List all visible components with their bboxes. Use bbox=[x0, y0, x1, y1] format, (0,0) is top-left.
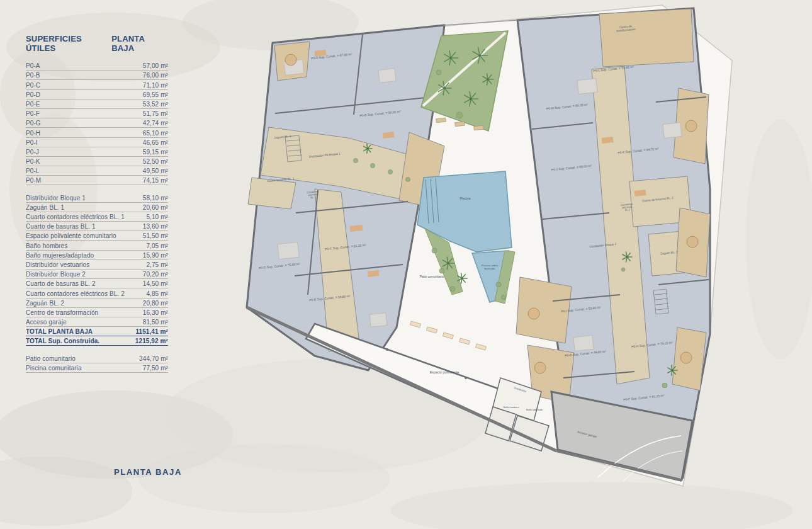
legend-row-value: 77,50 m² bbox=[143, 365, 168, 372]
legend-totals-section: TOTAL PLANTA BAJA 1151,41 m² TOTAL Sup. … bbox=[26, 327, 168, 346]
legend-row-label: P0-A bbox=[26, 62, 40, 69]
legend-row-value: 52,50 m² bbox=[143, 158, 168, 165]
bush-icon bbox=[439, 268, 444, 273]
bush-icon bbox=[371, 164, 375, 168]
legend-row-value: 71,10 m² bbox=[143, 82, 168, 89]
legend-units-section: P0-A 57,00 m² P0-B 76,00 m² P0-C 71,10 m… bbox=[26, 61, 168, 185]
legend-row: P0-F 51,75 m² bbox=[26, 109, 168, 118]
plan-label: Patio comunitario bbox=[420, 275, 444, 278]
legend-row: Distribuidor Bloque 1 58,10 m² bbox=[26, 193, 168, 202]
legend-row-value: 51,50 m² bbox=[143, 232, 168, 239]
legend-outdoor-section: Patio comunitario 344,70 m² Piscina comu… bbox=[26, 353, 168, 372]
legend-row-label: Piscina comunitaria bbox=[26, 365, 82, 372]
legend-row-value: 20,80 m² bbox=[143, 300, 168, 307]
legend-row-value: 81,50 m² bbox=[143, 319, 168, 326]
legend-row-label: Cuarto contadores eléctricos BL. 2 bbox=[26, 290, 125, 297]
legend-row-label: Espacio polivalente comunitario bbox=[26, 232, 116, 239]
legend-header: SUPERFICIES ÚTILES PLANTA BAJA bbox=[26, 34, 168, 53]
legend-row-label: P0-K bbox=[26, 158, 40, 165]
legend-row: P0-L 49,50 m² bbox=[26, 166, 168, 176]
legend-row-value: 5,10 m² bbox=[146, 213, 168, 220]
legend-row-label: Baño mujeres/adaptado bbox=[26, 252, 94, 259]
legend-row: Distribuidor vestuarios 2,75 m² bbox=[26, 260, 168, 270]
legend-row-value: 15,90 m² bbox=[143, 252, 168, 259]
legend-row-label: P0-M bbox=[26, 177, 41, 184]
legend-row-label: P0-J bbox=[26, 149, 39, 156]
legend-total-row: TOTAL Sup. Construida. 1215,92 m² bbox=[26, 336, 168, 346]
legend-total-label: TOTAL PLANTA BAJA bbox=[26, 328, 93, 335]
legend-row-label: Zaguán BL. 2 bbox=[26, 300, 64, 307]
legend-row-label: Patio comunitario bbox=[26, 355, 76, 362]
plan-label: Baño hombres bbox=[504, 406, 519, 409]
legend-row: P0-G 42,74 m² bbox=[26, 118, 168, 128]
legend-row: Cuarto de basuras BL. 2 14,50 m² bbox=[26, 279, 168, 288]
bush-icon bbox=[496, 282, 501, 287]
bush-icon bbox=[662, 383, 667, 388]
legend-row: Distribuidor Bloque 2 70,20 m² bbox=[26, 270, 168, 279]
legend-common-section: Distribuidor Bloque 1 58,10 m² Zaguán BL… bbox=[26, 193, 168, 327]
legend-row: P0-E 53,52 m² bbox=[26, 100, 168, 109]
legend-row: P0-M 74,15 m² bbox=[26, 176, 168, 185]
legend-row: Cuarto de basuras BL. 1 13,60 m² bbox=[26, 222, 168, 231]
plan-label: Piscina bbox=[460, 196, 471, 200]
bush-icon bbox=[406, 178, 410, 182]
legend-floor-title: PLANTA BAJA bbox=[111, 34, 168, 53]
legend-row-label: P0-B bbox=[26, 72, 40, 79]
legend-row-label: Zaguán BL. 1 bbox=[26, 204, 64, 211]
legend-row: P0-H 65,10 m² bbox=[26, 128, 168, 137]
legend-row: P0-J 59,15 m² bbox=[26, 147, 168, 157]
legend-total-label: TOTAL Sup. Construida. bbox=[26, 338, 99, 344]
bush-icon bbox=[450, 287, 455, 292]
plan-label: Espacio polivalente bbox=[430, 370, 459, 374]
legend-row: Zaguán BL. 2 20,80 m² bbox=[26, 299, 168, 308]
legend-row-value: 16,30 m² bbox=[143, 309, 168, 316]
legend-title: SUPERFICIES ÚTILES bbox=[26, 34, 111, 53]
legend-row-value: 69,55 m² bbox=[143, 91, 168, 98]
legend-row: Cuarto contadores eléctricos BL. 2 4,85 … bbox=[26, 288, 168, 298]
legend-total-row: TOTAL PLANTA BAJA 1151,41 m² bbox=[26, 327, 168, 336]
legend-row-label: Baño hombres bbox=[26, 242, 67, 249]
legend-row-label: Distribuidor Bloque 2 bbox=[26, 271, 86, 278]
bush-icon bbox=[388, 170, 393, 174]
bush-icon bbox=[436, 70, 441, 75]
legend-row-value: 4,85 m² bbox=[146, 290, 168, 297]
legend-row-value: 42,74 m² bbox=[143, 120, 168, 127]
legend-row-value: 14,50 m² bbox=[143, 280, 168, 287]
legend-row: P0-D 69,55 m² bbox=[26, 90, 168, 100]
bush-icon bbox=[456, 112, 463, 118]
legend-row-label: P0-H bbox=[26, 130, 40, 137]
legend-row-label: Acceso garaje bbox=[26, 319, 67, 326]
legend-row-label: P0-I bbox=[26, 139, 38, 146]
legend-row-value: 76,00 m² bbox=[143, 72, 168, 79]
legend-row-label: P0-F bbox=[26, 110, 40, 117]
legend-row-label: P0-D bbox=[26, 91, 40, 98]
legend-row-value: 46,65 m² bbox=[143, 139, 168, 146]
plan-label: Baño adaptado bbox=[526, 409, 543, 411]
legend-row: Baño mujeres/adaptado 15,90 m² bbox=[26, 251, 168, 260]
legend-row-value: 51,75 m² bbox=[143, 110, 168, 117]
legend-row-value: 70,20 m² bbox=[143, 271, 168, 278]
legend-row-value: 49,50 m² bbox=[143, 168, 168, 174]
legend-row: P0-B 76,00 m² bbox=[26, 71, 168, 80]
legend-row: Baño hombres 7,05 m² bbox=[26, 241, 168, 250]
legend-row: Patio comunitario 344,70 m² bbox=[26, 353, 168, 363]
legend-row-label: Distribuidor Bloque 1 bbox=[26, 195, 86, 202]
legend-row-value: 7,05 m² bbox=[146, 242, 168, 249]
legend-row: Zaguán BL. 1 20,60 m² bbox=[26, 203, 168, 212]
legend-row-label: Cuarto de basuras BL. 2 bbox=[26, 280, 96, 287]
legend-row: P0-A 57,00 m² bbox=[26, 61, 168, 71]
legend-row-label: P0-C bbox=[26, 82, 40, 89]
legend-total-value: 1215,92 m² bbox=[135, 338, 168, 344]
legend-row: Centro de transformación 16,30 m² bbox=[26, 308, 168, 317]
legend-row-value: 20,60 m² bbox=[143, 204, 168, 211]
bush-icon bbox=[502, 295, 506, 300]
legend-row: Espacio polivalente comunitario 51,50 m² bbox=[26, 231, 168, 241]
legend-row: Cuarto contadores eléctricos BL. 1 5,10 … bbox=[26, 212, 168, 222]
legend-row-value: 65,10 m² bbox=[143, 130, 168, 137]
legend-panel: SUPERFICIES ÚTILES PLANTA BAJA P0-A 57,0… bbox=[26, 34, 168, 373]
bush-icon bbox=[621, 268, 625, 271]
legend-row-value: 59,15 m² bbox=[143, 149, 168, 156]
legend-row-value: 58,10 m² bbox=[143, 195, 168, 202]
bush-icon bbox=[432, 248, 437, 253]
legend-row-value: 344,70 m² bbox=[139, 355, 168, 362]
